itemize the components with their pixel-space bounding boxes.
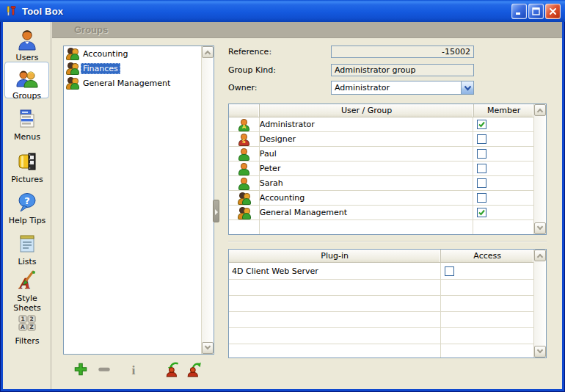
group-list-scrollbar[interactable] (201, 46, 214, 354)
group-list-toolbar: i (63, 361, 254, 379)
group-list: Accounting Finances General Management (63, 46, 214, 355)
panel-header: Groups (52, 22, 562, 38)
table-row[interactable]: Accounting (229, 191, 533, 206)
sidebar-item-label: Menus (3, 132, 51, 142)
table-row[interactable]: S Designer (229, 132, 533, 147)
sidebar-item-menus[interactable]: Menus (3, 107, 51, 142)
user-icon (238, 163, 249, 175)
table-empty-row (229, 344, 533, 357)
plugins-table-scrollbar[interactable] (533, 250, 546, 357)
title-bar[interactable]: Tool Box (0, 0, 565, 22)
import-user-button[interactable] (164, 361, 181, 377)
dropdown-button[interactable] (461, 81, 473, 94)
users-table: User / Group Member A Administrator S De… (228, 104, 547, 235)
sidebar: Users Groups (3, 22, 51, 389)
access-column-header[interactable]: Access (441, 250, 533, 262)
owner-select[interactable]: Administrator (331, 81, 474, 95)
horizontal-splitter[interactable] (228, 241, 547, 242)
delete-group-button[interactable] (96, 361, 112, 377)
users-icon (15, 28, 39, 51)
chevron-up-icon (205, 51, 211, 57)
table-empty-row (229, 220, 533, 234)
scrollbar-track[interactable] (202, 58, 214, 342)
minus-icon (96, 361, 112, 377)
sidebar-item-label: Lists (3, 257, 51, 266)
svg-text:2: 2 (29, 316, 33, 322)
list-item-label: General Management (81, 78, 172, 89)
help-tips-icon: ? (15, 191, 39, 214)
table-row[interactable]: General Management (229, 206, 533, 220)
group-kind-field[interactable]: Administrator group (331, 64, 474, 76)
member-checkbox[interactable] (477, 193, 486, 203)
scrollbar-track[interactable] (534, 116, 546, 222)
panel-splitter[interactable] (213, 200, 219, 222)
close-button[interactable] (545, 4, 561, 19)
group-icon (66, 62, 78, 74)
list-item[interactable]: Finances (64, 61, 201, 76)
scroll-down-button[interactable] (534, 222, 546, 234)
scroll-down-button[interactable] (202, 342, 214, 354)
user-group-column-header[interactable]: User / Group (260, 104, 474, 117)
table-row[interactable]: Sarah (229, 176, 533, 191)
plugins-table: Plug-in Access 4D Client Web Server (228, 249, 547, 358)
scroll-up-button[interactable] (534, 250, 546, 261)
table-empty-row (229, 328, 533, 344)
toolbox-icon (5, 5, 18, 18)
member-checkbox[interactable] (477, 208, 486, 217)
close-icon (549, 7, 557, 15)
group-icon (66, 77, 78, 89)
table-empty-row (229, 296, 533, 312)
table-empty-row (229, 280, 533, 296)
member-column-header[interactable]: Member (474, 104, 533, 117)
group-info-button[interactable]: i (125, 361, 142, 377)
sidebar-item-filters[interactable]: 1 2 A Z Filters (3, 311, 51, 346)
window-title: Tool Box (22, 6, 63, 17)
svg-text:i: i (132, 363, 136, 377)
chevron-down-icon (464, 85, 472, 91)
sidebar-item-lists[interactable]: Lists (3, 232, 51, 266)
sidebar-item-label: Style Sheets (3, 294, 51, 313)
table-row[interactable]: 4D Client Web Server (229, 263, 533, 280)
users-table-scrollbar[interactable] (533, 104, 546, 234)
table-row[interactable]: Peter (229, 161, 533, 176)
access-checkbox[interactable] (445, 266, 454, 276)
member-checkbox[interactable] (477, 178, 486, 188)
reference-field[interactable]: -15002 (331, 46, 474, 58)
sidebar-item-users[interactable]: Users (3, 28, 51, 62)
info-icon: i (125, 361, 142, 377)
list-item-label: Accounting (81, 48, 130, 59)
svg-text:A: A (21, 324, 25, 330)
group-icon (238, 207, 249, 219)
scrollbar-track[interactable] (534, 261, 546, 346)
member-checkbox[interactable] (477, 134, 486, 144)
sidebar-item-label: Pictures (3, 175, 51, 184)
list-item[interactable]: Accounting (64, 46, 201, 61)
scroll-up-button[interactable] (202, 46, 214, 58)
member-checkbox[interactable] (477, 149, 486, 159)
sidebar-item-pictures[interactable]: Pictures (3, 150, 51, 184)
add-group-button[interactable] (73, 361, 89, 377)
owner-label: Owner: (228, 83, 324, 92)
toolbox-window: Tool Box Users (0, 0, 565, 392)
table-row[interactable]: Paul (229, 147, 533, 161)
scroll-down-button[interactable] (534, 346, 546, 357)
chevron-down-icon (205, 344, 211, 349)
member-checkbox[interactable] (477, 120, 486, 129)
member-checkbox[interactable] (477, 164, 486, 173)
minimize-button[interactable] (511, 4, 527, 19)
group-icon (66, 48, 78, 59)
maximize-button[interactable] (528, 4, 544, 19)
scroll-up-button[interactable] (534, 104, 546, 116)
table-empty-row (229, 312, 533, 328)
export-user-button[interactable] (186, 361, 203, 377)
sidebar-item-style-sheets[interactable]: A Style Sheets (3, 269, 51, 313)
icon-column-header[interactable] (229, 104, 260, 117)
sidebar-item-label: Help Tips (3, 216, 51, 225)
sidebar-item-groups[interactable]: Groups (4, 62, 49, 98)
list-item[interactable]: General Management (64, 76, 201, 90)
sidebar-item-help-tips[interactable]: ? Help Tips (3, 191, 51, 225)
table-row[interactable]: A Administrator (229, 117, 533, 132)
plugin-column-header[interactable]: Plug-in (229, 250, 441, 262)
page-title: Groups (74, 24, 108, 35)
user-admin-icon: A (238, 119, 249, 131)
